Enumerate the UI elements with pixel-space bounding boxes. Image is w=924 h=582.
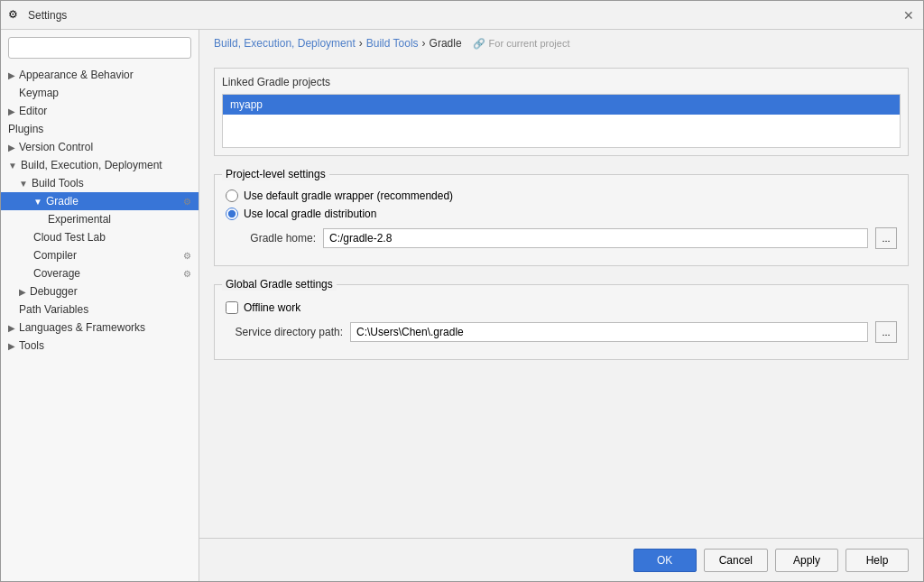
sidebar-item-label: Gradle	[46, 195, 79, 208]
sidebar-item-tools[interactable]: ▶ Tools	[1, 337, 199, 355]
sidebar-item-label: Coverage	[33, 267, 80, 280]
gradle-home-browse-button[interactable]: ...	[875, 227, 897, 249]
sidebar-item-label: Version Control	[19, 141, 93, 153]
service-directory-input[interactable]	[350, 322, 868, 342]
sidebar-item-version-control[interactable]: ▶ Version Control	[1, 138, 199, 156]
expand-icon: ▼	[33, 197, 42, 207]
coverage-settings-icon: ⚙	[183, 269, 191, 279]
sidebar-item-experimental[interactable]: Experimental	[1, 210, 199, 228]
sidebar-item-label: Compiler	[33, 249, 77, 262]
gradle-home-input[interactable]	[323, 228, 868, 248]
sidebar-item-label: Editor	[19, 105, 47, 117]
linked-gradle-projects-section: Linked Gradle projects myapp	[214, 68, 909, 156]
sidebar-item-label: Debugger	[30, 285, 78, 298]
expand-icon: ▶	[8, 70, 15, 80]
expand-icon: ▶	[8, 106, 15, 116]
settings-content: Linked Gradle projects myapp Project-lev…	[199, 57, 923, 538]
linked-projects-title: Linked Gradle projects	[222, 76, 901, 88]
global-gradle-settings-section: Global Gradle settings Offline work Serv…	[214, 284, 909, 360]
main-panel: Build, Execution, Deployment › Build Too…	[199, 30, 923, 581]
sidebar-item-languages-frameworks[interactable]: ▶ Languages & Frameworks	[1, 319, 199, 337]
expand-icon: ▼	[19, 179, 28, 189]
sidebar-item-appearance-behavior[interactable]: ▶ Appearance & Behavior	[1, 66, 199, 84]
breadcrumb-build-tools[interactable]: Build Tools	[366, 37, 419, 50]
sidebar-item-editor[interactable]: ▶ Editor	[1, 102, 199, 120]
service-directory-browse-button[interactable]: ...	[875, 321, 897, 343]
sidebar-item-label: Build, Execution, Deployment	[21, 159, 162, 171]
linked-project-item[interactable]: myapp	[223, 95, 900, 115]
service-directory-label: Service directory path:	[226, 326, 343, 338]
sidebar-item-label: Tools	[19, 339, 44, 352]
sidebar-item-label: Cloud Test Lab	[33, 231, 106, 244]
global-settings-title: Global Gradle settings	[222, 278, 337, 291]
radio-default-wrapper[interactable]: Use default gradle wrapper (recommended)	[226, 189, 897, 202]
expand-icon: ▶	[19, 287, 26, 297]
settings-window: ⚙ Settings ✕ ▶ Appearance & Behavior Key…	[0, 0, 924, 582]
breadcrumb-build-execution[interactable]: Build, Execution, Deployment	[214, 37, 356, 50]
help-button[interactable]: Help	[845, 549, 909, 572]
linked-projects-empty-row	[223, 115, 900, 136]
offline-work-row: Offline work	[226, 301, 897, 314]
service-directory-row: Service directory path: ...	[226, 321, 897, 343]
radio-local-wrapper[interactable]: Use local gradle distribution	[226, 208, 897, 220]
gradle-home-row: Gradle home: ...	[226, 227, 897, 249]
close-button[interactable]: ✕	[901, 8, 916, 23]
breadcrumb-project-label: 🔗 For current project	[473, 38, 570, 50]
breadcrumb: Build, Execution, Deployment › Build Too…	[199, 30, 923, 57]
app-icon: ⚙	[8, 8, 23, 23]
breadcrumb-separator-2: ›	[422, 37, 426, 50]
expand-icon: ▼	[8, 161, 17, 171]
sidebar-item-build-tools[interactable]: ▼ Build Tools	[1, 174, 199, 192]
gradle-home-label: Gradle home:	[226, 232, 316, 245]
sidebar-item-label: Experimental	[48, 213, 111, 226]
sidebar-item-label: Build Tools	[32, 177, 84, 189]
project-icon: 🔗	[473, 38, 485, 50]
offline-work-label: Offline work	[244, 301, 300, 314]
sidebar-item-keymap[interactable]: Keymap	[1, 84, 199, 102]
radio-default-label: Use default gradle wrapper (recommended)	[244, 189, 453, 202]
title-bar: ⚙ Settings ✕	[1, 1, 923, 30]
sidebar-item-label: Appearance & Behavior	[19, 69, 134, 81]
sidebar-item-label: Plugins	[8, 123, 43, 135]
sidebar-item-gradle[interactable]: ▼ Gradle ⚙	[1, 192, 199, 210]
sidebar-item-compiler[interactable]: Compiler ⚙	[1, 246, 199, 264]
footer: OK Cancel Apply Help	[199, 538, 923, 581]
expand-icon: ▶	[8, 323, 15, 333]
radio-local-label: Use local gradle distribution	[244, 208, 376, 220]
sidebar-item-label: Keymap	[19, 87, 59, 99]
sidebar-item-plugins[interactable]: Plugins	[1, 120, 199, 138]
sidebar-item-cloud-test-lab[interactable]: Cloud Test Lab	[1, 228, 199, 246]
gradle-settings-icon: ⚙	[183, 197, 191, 207]
content-area: ▶ Appearance & Behavior Keymap ▶ Editor …	[1, 30, 923, 581]
linked-projects-list: myapp	[222, 94, 901, 148]
apply-button[interactable]: Apply	[775, 549, 838, 572]
sidebar-item-label: Languages & Frameworks	[19, 321, 145, 334]
sidebar-item-build-execution-deployment[interactable]: ▼ Build, Execution, Deployment	[1, 156, 199, 174]
compiler-settings-icon: ⚙	[183, 251, 191, 261]
radio-local[interactable]	[226, 208, 238, 220]
window-title: Settings	[28, 9, 67, 22]
sidebar-item-path-variables[interactable]: Path Variables	[1, 300, 199, 319]
radio-default[interactable]	[226, 189, 238, 202]
expand-icon: ▶	[8, 341, 15, 351]
project-settings-title: Project-level settings	[222, 168, 329, 180]
sidebar-item-label: Path Variables	[19, 303, 88, 316]
cancel-button[interactable]: Cancel	[704, 549, 768, 572]
breadcrumb-gradle: Gradle	[430, 37, 462, 50]
breadcrumb-separator-1: ›	[359, 37, 363, 50]
sidebar-item-coverage[interactable]: Coverage ⚙	[1, 264, 199, 282]
project-level-settings-section: Project-level settings Use default gradl…	[214, 174, 909, 266]
search-input[interactable]	[8, 37, 191, 59]
sidebar: ▶ Appearance & Behavior Keymap ▶ Editor …	[1, 30, 199, 581]
title-bar-left: ⚙ Settings	[8, 8, 67, 23]
sidebar-item-debugger[interactable]: ▶ Debugger	[1, 282, 199, 300]
offline-work-checkbox[interactable]	[226, 301, 238, 314]
expand-icon: ▶	[8, 143, 15, 152]
ok-button[interactable]: OK	[633, 549, 697, 572]
